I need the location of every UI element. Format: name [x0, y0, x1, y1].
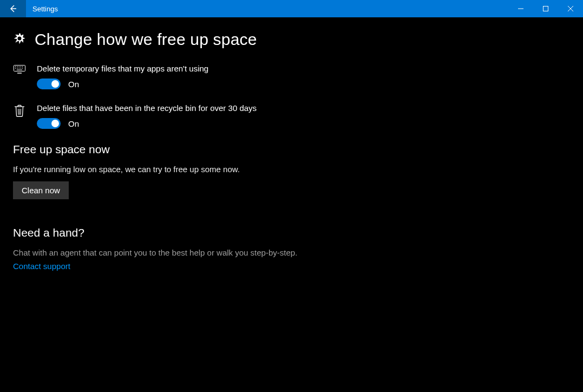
maximize-button[interactable] [533, 0, 558, 17]
back-arrow-icon [9, 4, 17, 13]
minimize-button[interactable] [508, 0, 533, 17]
svg-line-29 [21, 109, 21, 115]
toggle-knob [51, 120, 59, 127]
temp-files-toggle[interactable] [37, 79, 61, 89]
help-section: Need a hand? Chat with an agent that can… [13, 226, 570, 271]
close-button[interactable] [558, 0, 583, 17]
setting-temp-files: Delete temporary files that my apps aren… [13, 64, 570, 89]
gear-icon [13, 32, 26, 47]
toggle-knob [51, 80, 59, 88]
svg-point-5 [18, 37, 21, 40]
minimize-icon [518, 6, 523, 11]
temp-files-label: Delete temporary files that my apps aren… [37, 64, 208, 73]
page-header: Change how we free up space [13, 30, 570, 49]
back-button[interactable] [0, 0, 26, 17]
svg-line-11 [16, 35, 17, 36]
titlebar: Settings [0, 0, 583, 17]
clean-now-button[interactable]: Clean now [13, 181, 69, 199]
svg-line-27 [18, 109, 19, 115]
recycle-bin-label: Delete files that have been in the recyc… [37, 103, 257, 113]
svg-rect-2 [543, 6, 548, 11]
page-title: Change how we free up space [35, 30, 257, 49]
window-title: Settings [26, 0, 508, 17]
setting-recycle-bin: Delete files that have been in the recyc… [13, 103, 570, 129]
recycle-bin-toggle[interactable] [37, 118, 61, 129]
svg-line-13 [16, 41, 17, 42]
close-icon [568, 6, 573, 11]
contact-support-link[interactable]: Contact support [13, 262, 70, 271]
window-controls [508, 0, 583, 17]
help-desc: Chat with an agent that can point you to… [13, 248, 570, 257]
temp-files-toggle-state: On [68, 80, 79, 89]
trash-icon [13, 103, 26, 117]
keyboard-icon [13, 64, 26, 74]
free-up-title: Free up space now [13, 143, 570, 156]
content-area: Change how we free up space Delete tempo… [0, 17, 583, 392]
recycle-bin-toggle-state: On [68, 119, 79, 128]
free-up-desc: If you're running low on space, we can t… [13, 165, 570, 174]
help-title: Need a hand? [13, 226, 570, 239]
svg-line-12 [22, 41, 23, 42]
maximize-icon [543, 6, 548, 11]
